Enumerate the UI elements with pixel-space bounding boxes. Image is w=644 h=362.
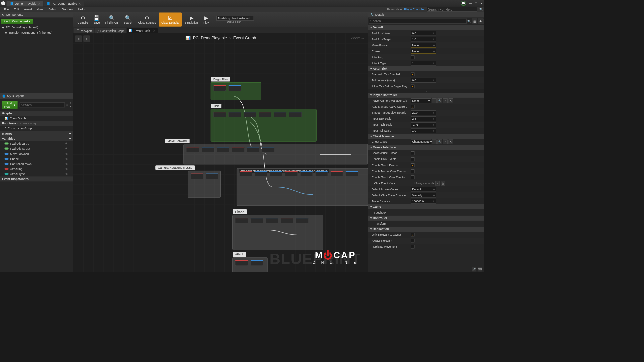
menu-asset[interactable]: Asset <box>22 7 35 12</box>
comment-title[interactable]: Begin Play <box>211 77 230 82</box>
visibility-icon[interactable]: 👁▾ <box>70 102 72 108</box>
add-icon[interactable]: + <box>69 122 71 125</box>
play-button[interactable]: ▶Play <box>201 13 211 27</box>
comment-title[interactable]: Attack <box>233 252 246 257</box>
blueprint-search-input[interactable] <box>20 102 65 107</box>
variable-controlledpawn[interactable]: ControlledPawn👁 <box>0 161 73 166</box>
close-icon[interactable]: ✕ <box>79 2 81 5</box>
nav-back-button[interactable]: ◀ <box>75 35 82 42</box>
menu-view[interactable]: View <box>34 7 46 12</box>
close-icon[interactable]: ✕ <box>153 29 155 32</box>
checkbox[interactable] <box>411 55 415 59</box>
search-icon[interactable]: 🔍 <box>467 20 471 23</box>
menu-window[interactable]: Window <box>60 7 75 12</box>
breadcrumb[interactable]: 📊 PC_DemoPlayable › Event Graph <box>185 35 256 40</box>
details-search-input[interactable] <box>369 19 467 24</box>
find-button[interactable]: 🔍 <box>438 98 442 103</box>
menu-file[interactable]: File <box>2 7 12 12</box>
visibility-toggle-icon[interactable]: 👁 <box>65 167 68 171</box>
add-icon[interactable]: + <box>69 132 71 135</box>
graph-node[interactable] <box>213 112 226 117</box>
save-button[interactable]: 💾Save <box>91 13 102 27</box>
spinbox[interactable]: -1.75⇕ <box>411 122 436 127</box>
category-game[interactable]: ▾Game <box>368 204 484 209</box>
graph-node[interactable] <box>285 171 298 177</box>
editor-tab-viewport[interactable]: 🖵Viewport <box>74 28 94 33</box>
graph-node[interactable] <box>345 171 358 177</box>
checkbox[interactable] <box>411 239 415 243</box>
component-item[interactable]: ◆PC_DemoPlayable(self) <box>0 25 73 30</box>
minimize-button[interactable]: — <box>468 1 473 6</box>
checkbox[interactable]: ✔ <box>411 163 415 167</box>
graph-node[interactable] <box>228 112 241 117</box>
notification-icon[interactable]: 💬 <box>461 1 466 6</box>
expand-advanced-button[interactable]: ▾ <box>368 89 484 93</box>
graph-node[interactable] <box>251 218 263 223</box>
spinbox[interactable]: 20.0⇕ <box>411 110 436 115</box>
title-tab[interactable]: 📘PC_DemoPlayable✕ <box>43 1 84 7</box>
graph-node[interactable] <box>330 171 343 177</box>
graph-node[interactable] <box>251 260 263 266</box>
title-tab[interactable]: 📘Demo_Playable✕ <box>7 1 43 7</box>
checkbox[interactable] <box>411 157 415 161</box>
graph-node[interactable] <box>255 171 267 177</box>
empty-array-button[interactable]: 🗑 <box>441 181 445 186</box>
visibility-toggle-icon[interactable]: 👁 <box>65 142 68 145</box>
debug-object-combo[interactable]: No debug object selected▾ <box>216 16 254 20</box>
graph-node[interactable] <box>296 218 309 223</box>
checkbox[interactable] <box>411 151 415 155</box>
spinbox[interactable]: 1⇕ <box>411 61 436 66</box>
visibility-toggle-icon[interactable]: 👁 <box>65 157 68 161</box>
graph-node[interactable] <box>315 171 328 177</box>
comment-title[interactable]: Chase <box>233 209 247 214</box>
nav-forward-button[interactable]: ▶ <box>83 35 90 42</box>
graph-node[interactable] <box>244 112 256 117</box>
category-cheat-manager[interactable]: ▾Cheat Manager <box>368 134 484 139</box>
search-button[interactable]: 🔍Search <box>121 13 135 27</box>
bp-item-eventgraph[interactable]: 📊EventGraph <box>0 116 73 121</box>
graph-node[interactable] <box>289 112 302 117</box>
graph-node[interactable] <box>239 171 252 177</box>
bp-category-macros[interactable]: Macros+ <box>0 131 73 136</box>
close-button[interactable]: ✕ <box>479 1 484 6</box>
variable-fwdaxistarget[interactable]: FwdAxisTarget👁 <box>0 146 73 151</box>
visibility-toggle-icon[interactable]: 👁 <box>65 147 68 150</box>
checkbox[interactable] <box>411 169 415 173</box>
bp-category-functions[interactable]: Functions(17 Overridable)+ <box>0 121 73 126</box>
add-icon[interactable]: + <box>69 112 71 115</box>
graph-comment[interactable]: Camera Rotations Mouse <box>188 171 221 198</box>
menu-debug[interactable]: Debug <box>46 7 60 12</box>
graph-comment[interactable]: Begin Play <box>211 82 261 100</box>
checkbox[interactable] <box>411 245 415 249</box>
category-controller[interactable]: ▾Controller <box>368 216 484 221</box>
visibility-toggle-icon[interactable]: 👁 <box>65 152 68 156</box>
spinbox[interactable]: 0.0⇕ <box>411 78 436 83</box>
graph-comment[interactable]: Move Forward <box>183 144 368 164</box>
comment-title[interactable]: Camera Rotations Mouse <box>155 165 195 170</box>
checkbox[interactable]: ✔ <box>411 105 415 109</box>
browse-button[interactable]: ← <box>432 98 437 103</box>
add-icon[interactable]: + <box>69 137 71 140</box>
visibility-filter-button[interactable]: 👁 <box>478 19 484 24</box>
graph-node[interactable] <box>206 173 219 179</box>
browse-button[interactable]: ← <box>432 140 437 144</box>
graph-node[interactable] <box>213 85 226 91</box>
source-control-icon[interactable]: 🎤 <box>472 267 476 272</box>
combobox[interactable]: None▾ <box>411 43 436 48</box>
clear-button[interactable]: ✕ <box>449 140 453 144</box>
checkbox[interactable]: ✔ <box>411 73 415 76</box>
variable-fwdaxisvalue[interactable]: FwdAxisValue👁 <box>0 141 73 146</box>
graph-node[interactable] <box>270 171 283 177</box>
bp-category-variables[interactable]: Variables+ <box>0 136 73 141</box>
category-replication[interactable]: ▾Replication <box>368 227 484 232</box>
graph-node[interactable] <box>274 112 287 117</box>
spinbox[interactable]: 1.0⇕ <box>411 128 436 133</box>
graph-node[interactable] <box>266 218 278 223</box>
add-button[interactable]: + <box>443 140 448 144</box>
graph-comment[interactable]: Chase <box>232 215 323 250</box>
bp-category-graphs[interactable]: Graphs+ <box>0 111 73 116</box>
visibility-toggle-icon[interactable]: 👁 <box>65 172 68 176</box>
graph-node[interactable] <box>228 85 241 91</box>
variable-attacking[interactable]: Attacking👁 <box>0 166 73 171</box>
parent-class-link[interactable]: Player Controller <box>404 8 425 11</box>
